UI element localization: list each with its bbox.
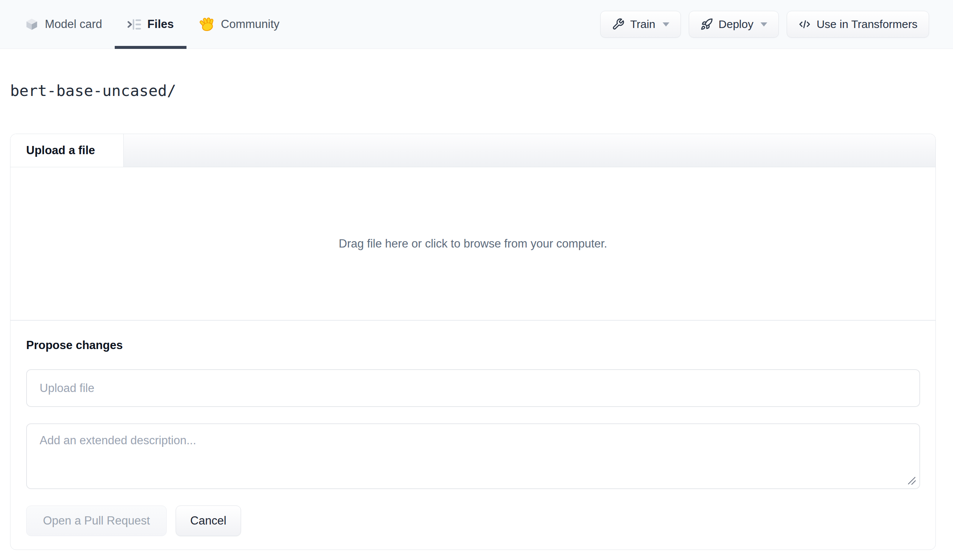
code-icon bbox=[798, 18, 811, 31]
upload-card-tabbar: Upload a file bbox=[11, 134, 936, 167]
deploy-button-label: Deploy bbox=[719, 18, 753, 31]
propose-changes-section: Propose changes Open a Pull Request Canc… bbox=[11, 321, 936, 549]
chevron-down-icon bbox=[663, 22, 669, 26]
use-in-transformers-button[interactable]: Use in Transformers bbox=[787, 11, 929, 38]
cube-icon bbox=[25, 17, 39, 31]
deploy-button[interactable]: Deploy bbox=[689, 11, 779, 38]
wrench-icon bbox=[612, 18, 624, 31]
cancel-button[interactable]: Cancel bbox=[175, 506, 241, 536]
repo-nav-tabs: Model card Files bbox=[25, 0, 292, 48]
tab-files-label: Files bbox=[147, 17, 174, 31]
rocket-icon bbox=[700, 18, 713, 31]
description-field-wrap bbox=[26, 423, 920, 489]
repo-header: Model card Files bbox=[0, 0, 953, 49]
dropzone-hint-text: Drag file here or click to browse from y… bbox=[338, 237, 607, 251]
tab-model-card[interactable]: Model card bbox=[25, 0, 115, 48]
train-button-label: Train bbox=[630, 18, 655, 31]
files-list-icon bbox=[127, 18, 141, 31]
tab-files[interactable]: Files bbox=[115, 0, 186, 48]
tab-upload-a-file[interactable]: Upload a file bbox=[11, 134, 124, 167]
use-in-transformers-label: Use in Transformers bbox=[816, 18, 917, 31]
propose-actions-row: Open a Pull Request Cancel bbox=[26, 506, 920, 536]
tab-community-label: Community bbox=[221, 17, 279, 31]
train-button[interactable]: Train bbox=[600, 11, 681, 38]
open-pull-request-button[interactable]: Open a Pull Request bbox=[26, 506, 167, 536]
upload-file-card: Upload a file Drag file here or click to… bbox=[10, 134, 936, 550]
breadcrumb[interactable]: bert-base-uncased/ bbox=[10, 82, 176, 100]
repo-action-buttons: Train Deploy bbox=[600, 0, 929, 48]
file-dropzone[interactable]: Drag file here or click to browse from y… bbox=[11, 167, 936, 321]
chevron-down-icon bbox=[761, 22, 767, 26]
tab-model-card-label: Model card bbox=[45, 17, 102, 31]
tab-community[interactable]: Community bbox=[186, 0, 292, 48]
propose-changes-heading: Propose changes bbox=[26, 339, 920, 352]
tab-upload-a-file-label: Upload a file bbox=[26, 144, 95, 157]
extended-description-textarea[interactable] bbox=[26, 423, 920, 489]
waving-hand-icon bbox=[199, 16, 215, 32]
upload-file-input[interactable] bbox=[26, 369, 920, 407]
textarea-resize-handle[interactable] bbox=[906, 476, 916, 485]
